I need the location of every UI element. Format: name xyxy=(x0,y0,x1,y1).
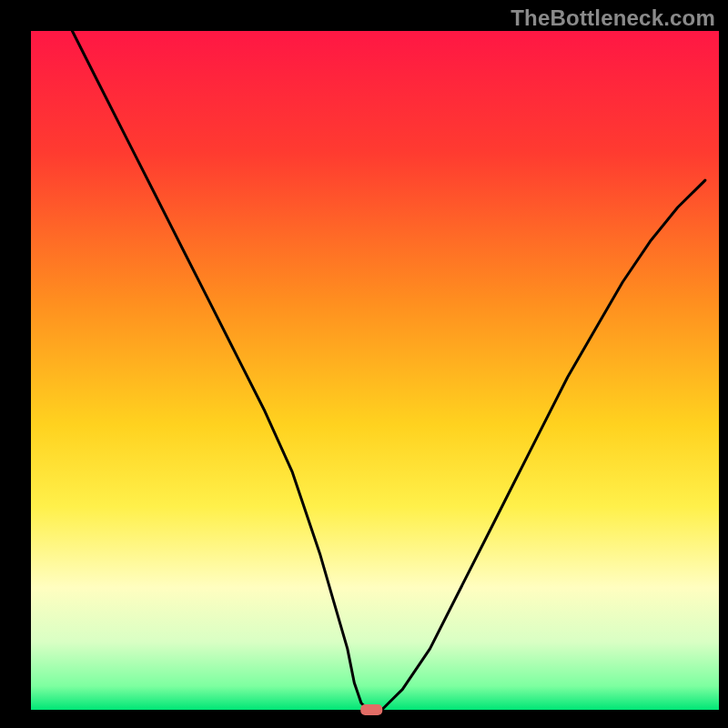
watermark-text: TheBottleneck.com xyxy=(511,5,715,31)
chart-frame: TheBottleneck.com xyxy=(0,0,728,728)
optimum-marker xyxy=(360,704,382,715)
plot-background xyxy=(31,31,719,710)
bottleneck-chart xyxy=(0,0,728,728)
